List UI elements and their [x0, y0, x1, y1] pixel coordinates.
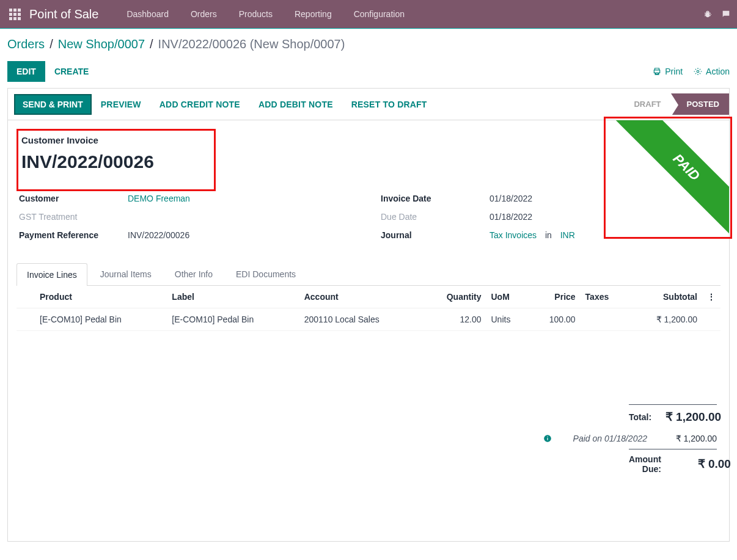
label-total: Total:	[629, 412, 660, 422]
breadcrumb-sep: /	[150, 37, 153, 51]
cell-uom: Units	[486, 308, 529, 331]
status-posted[interactable]: POSTED	[671, 93, 729, 115]
svg-point-1	[697, 70, 699, 73]
preview-button[interactable]: PREVIEW	[92, 95, 150, 114]
edit-button[interactable]: EDIT	[7, 61, 45, 82]
totals: Total: ₹ 1,200.00 Paid on 01/18/2022 ₹ 1…	[556, 404, 721, 479]
action-button[interactable]: Action	[694, 67, 730, 76]
label-payment-reference: Payment Reference	[19, 230, 128, 240]
svg-point-0	[706, 12, 710, 17]
value-journal[interactable]: Tax Invoices	[490, 230, 537, 240]
table-row[interactable]: [E-COM10] Pedal Bin [E-COM10] Pedal Bin …	[16, 308, 721, 331]
tabs: Invoice Lines Journal Items Other Info E…	[16, 263, 721, 286]
status-bar: DRAFT POSTED	[624, 93, 729, 115]
col-uom: UoM	[486, 286, 529, 308]
invoice-subtitle: Customer Invoice	[21, 135, 716, 145]
create-button[interactable]: CREATE	[45, 61, 98, 82]
cell-price: 100.00	[529, 308, 581, 331]
nav-products[interactable]: Products	[228, 1, 284, 27]
col-product: Product	[35, 286, 167, 308]
value-journal-currency[interactable]: INR	[560, 230, 575, 240]
chat-icon[interactable]	[721, 9, 731, 19]
label-journal-in: in	[545, 230, 552, 240]
nav-reporting[interactable]: Reporting	[284, 1, 343, 27]
value-customer[interactable]: DEMO Freeman	[128, 194, 190, 203]
col-menu-icon[interactable]: ⋮	[702, 286, 721, 308]
value-due-date: 01/18/2022	[490, 212, 532, 222]
invoice-title-block: Customer Invoice INV/2022/00026	[16, 129, 721, 183]
fields-right: Invoice Date 01/18/2022 Due Date 01/18/2…	[381, 189, 718, 244]
breadcrumb-orders[interactable]: Orders	[7, 37, 45, 51]
bug-icon[interactable]	[703, 9, 713, 19]
label-journal: Journal	[381, 230, 490, 240]
gear-icon	[694, 67, 702, 76]
value-total: ₹ 1,200.00	[660, 410, 721, 424]
nav-configuration[interactable]: Configuration	[343, 1, 416, 27]
breadcrumb-shop[interactable]: New Shop/0007	[58, 37, 145, 51]
nav-orders[interactable]: Orders	[180, 1, 228, 27]
info-icon[interactable]	[543, 434, 552, 443]
fields-left: Customer DEMO Freeman GST Treatment Paym…	[19, 189, 356, 244]
col-price: Price	[529, 286, 581, 308]
apps-icon[interactable]	[7, 7, 22, 21]
col-account: Account	[299, 286, 422, 308]
topbar: Point of Sale Dashboard Orders Products …	[0, 0, 737, 28]
value-paid: ₹ 1,200.00	[656, 434, 717, 443]
cell-product: [E-COM10] Pedal Bin	[35, 308, 167, 331]
tab-journal-items[interactable]: Journal Items	[90, 263, 162, 285]
cell-quantity: 12.00	[422, 308, 486, 331]
app-brand[interactable]: Point of Sale	[29, 7, 98, 21]
value-payment-reference: INV/2022/00026	[128, 230, 189, 240]
svg-rect-4	[547, 437, 548, 437]
label-customer: Customer	[19, 194, 128, 203]
col-label: Label	[167, 286, 299, 308]
nav-dashboard[interactable]: Dashboard	[116, 1, 180, 27]
tab-edi-documents[interactable]: EDI Documents	[226, 263, 306, 285]
cell-subtotal: ₹ 1,200.00	[629, 308, 702, 331]
invoice-lines-table: Product Label Account Quantity UoM Price…	[16, 286, 721, 331]
cell-taxes	[581, 308, 629, 331]
tab-other-info[interactable]: Other Info	[164, 263, 223, 285]
svg-rect-3	[547, 438, 548, 440]
col-quantity: Quantity	[422, 286, 486, 308]
top-actions	[703, 9, 737, 19]
tab-invoice-lines[interactable]: Invoice Lines	[16, 263, 87, 286]
print-icon	[653, 67, 661, 76]
col-subtotal: Subtotal	[629, 286, 702, 308]
add-credit-note-button[interactable]: ADD CREDIT NOTE	[150, 95, 249, 114]
breadcrumb: Orders / New Shop/0007 / INV/2022/00026 …	[7, 37, 730, 51]
record-toolbar: SEND & PRINT PREVIEW ADD CREDIT NOTE ADD…	[7, 88, 730, 120]
breadcrumb-current: INV/2022/00026 (New Shop/0007)	[158, 37, 345, 51]
value-invoice-date: 01/18/2022	[490, 194, 532, 203]
add-debit-note-button[interactable]: ADD DEBIT NOTE	[249, 95, 342, 114]
status-draft[interactable]: DRAFT	[624, 93, 670, 115]
label-due-date: Due Date	[381, 212, 490, 222]
action-label: Action	[706, 67, 730, 76]
reset-to-draft-button[interactable]: RESET TO DRAFT	[342, 95, 436, 114]
invoice-number: INV/2022/00026	[21, 151, 716, 172]
col-taxes: Taxes	[581, 286, 629, 308]
breadcrumb-sep: /	[50, 37, 53, 51]
cell-account: 200110 Local Sales	[299, 308, 422, 331]
label-gst-treatment: GST Treatment	[19, 212, 128, 222]
label-paid-on: Paid on 01/18/2022	[564, 434, 656, 444]
label-amount-due: Amount Due:	[629, 454, 670, 474]
form-sheet: PAID Customer Invoice INV/2022/00026 Cus…	[7, 120, 730, 542]
label-invoice-date: Invoice Date	[381, 194, 490, 203]
value-amount-due: ₹ 0.00	[670, 457, 731, 471]
page-header: Orders / New Shop/0007 / INV/2022/00026 …	[0, 29, 737, 88]
send-print-button[interactable]: SEND & PRINT	[14, 94, 92, 115]
fields: Customer DEMO Freeman GST Treatment Paym…	[16, 183, 721, 256]
print-label: Print	[665, 67, 683, 76]
head-buttons: EDIT CREATE Print Action	[7, 61, 730, 82]
print-button[interactable]: Print	[653, 67, 683, 76]
cell-label: [E-COM10] Pedal Bin	[167, 308, 299, 331]
top-nav: Dashboard Orders Products Reporting Conf…	[116, 1, 416, 27]
